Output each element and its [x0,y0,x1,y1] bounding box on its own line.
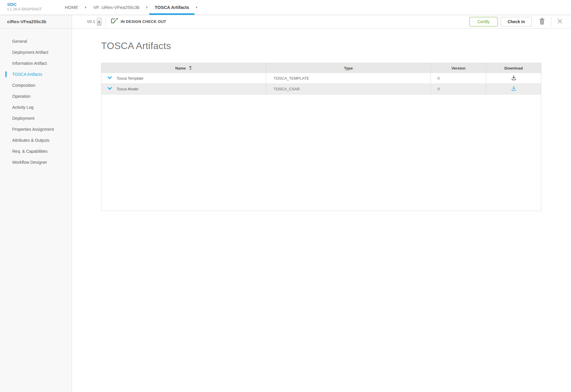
stepper-up-icon [98,20,100,21]
sidebar-item-operation[interactable]: Operation [0,91,72,102]
download-cell [486,84,541,94]
sidebar-item-label: Properties Assignment [12,127,54,132]
lifecycle-state: IN DESIGN CHECK OUT [111,18,166,25]
sidebar-item-general[interactable]: General [0,36,72,47]
active-tab-underline [149,13,194,15]
sidebar-item-information-artifact[interactable]: Information Artifact [0,58,72,69]
certify-button[interactable]: Certify [469,17,498,26]
sidebar-item-label: TOSCA Artifacts [12,72,42,77]
page-title: TOSCA Artifacts [101,40,571,51]
column-header-label: Download [504,66,523,70]
breadcrumb-tosca-label: TOSCA Artifacts [155,5,189,10]
version-cell: 0 [431,73,486,84]
toolbar-divider [106,17,106,26]
artifact-name: Tosca Model [117,87,138,91]
sidebar-item-label: Information Artifact [12,61,47,66]
chevron-right-icon [196,6,197,9]
breadcrumb-home-label: HOME [65,5,78,10]
sidebar-item-label: Deployment Artifact [12,50,48,55]
sub-header: ciRes-VFea255c3b V0.1 IN DESIGN CHECK OU… [0,15,571,29]
breadcrumb-vf-label: VF: ciRes-VFea255c3b [93,5,139,10]
sdc-logo[interactable]: SDC v.1.16.0-SNAPSHOT [0,0,59,15]
sidebar-item-deployment-artifact[interactable]: Deployment Artifact [0,47,72,58]
chevron-down-icon [107,76,112,81]
artifact-type: TOSCA_CSAR [274,87,300,91]
artifact-version: 0 [437,76,440,81]
column-header-type: Type [266,63,431,73]
table-row-tosca-model: Tosca Model TOSCA_CSAR 0 [101,84,541,95]
sidebar-item-deployment[interactable]: Deployment [0,113,72,124]
name-cell: Tosca Model [101,84,266,94]
logo-text: SDC [7,2,59,7]
column-header-version: Version [431,63,486,73]
download-button[interactable] [510,85,517,93]
name-cell: Tosca Template [101,73,266,84]
sidebar-item-label: Operation [12,94,30,99]
download-button[interactable] [510,75,517,82]
sidebar-item-activity-log[interactable]: Activity Log [0,102,72,113]
artifact-version: 0 [437,87,440,91]
artifact-name: Tosca Template [117,76,143,81]
breadcrumb-home[interactable]: HOME [59,0,84,15]
toolbar-actions: Certify Check in [469,17,564,27]
logo-version: v.1.16.0-SNAPSHOT [7,7,59,12]
download-cell [486,73,541,84]
chevron-right-icon [146,6,148,9]
sidebar-menu: General Deployment Artifact Information … [0,29,72,392]
column-header-download: Download [486,63,541,73]
delete-button[interactable] [538,17,546,27]
download-icon [511,75,517,81]
close-button[interactable] [556,18,564,26]
entity-title: ciRes-VFea255c3b [0,15,72,29]
sdc-app: SDC v.1.16.0-SNAPSHOT HOME VF: ciRes-VFe… [0,0,571,392]
sidebar-item-label: General [12,39,27,44]
chevron-right-icon [85,6,87,9]
breadcrumb-tosca-artifacts[interactable]: TOSCA Artifacts [149,0,194,15]
content-area: General Deployment Artifact Information … [0,29,571,392]
toolbar: V0.1 IN DESIGN CHECK OUT Certify [72,15,571,29]
sidebar-item-properties-assignment[interactable]: Properties Assignment [0,124,72,135]
check-in-button[interactable]: Check in [501,17,532,26]
column-header-name[interactable]: Name [101,63,266,73]
sidebar-item-req-capabilities[interactable]: Req. & Capabilities [0,146,72,157]
column-header-label: Version [451,66,465,70]
sidebar-item-label: Workflow Designer [12,160,47,165]
trash-icon [539,18,545,26]
checkout-icon [111,18,118,25]
sidebar-item-label: Deployment [12,116,34,121]
top-navigation: SDC v.1.16.0-SNAPSHOT HOME VF: ciRes-VFe… [0,0,571,15]
type-cell: TOSCA_CSAR [266,84,431,94]
chevron-down-icon [107,87,112,91]
sidebar-item-tosca-artifacts[interactable]: TOSCA Artifacts [0,69,72,80]
sidebar-item-label: Activity Log [12,105,34,110]
column-header-label: Type [344,66,353,70]
breadcrumb-vf[interactable]: VF: ciRes-VFea255c3b [88,0,145,15]
version-label: V0.1 [87,19,95,24]
sidebar-item-composition[interactable]: Composition [0,80,72,91]
sidebar-item-label: Composition [12,83,35,88]
close-icon [557,19,562,25]
table-row-tosca-template: Tosca Template TOSCA_TEMPLATE 0 [101,73,541,84]
breadcrumb: HOME VF: ciRes-VFea255c3b TOSCA Artifact… [59,0,199,15]
row-expand-button[interactable] [107,75,113,81]
sidebar-item-label: Attributes & Outputs [12,138,49,143]
sidebar-item-label: Req. & Capabilities [12,149,48,154]
main-panel: TOSCA Artifacts Name Type Version [72,29,571,392]
row-expand-button[interactable] [107,86,113,92]
sidebar-item-workflow-designer[interactable]: Workflow Designer [0,157,72,168]
download-icon [511,86,517,92]
artifact-type: TOSCA_TEMPLATE [274,76,309,81]
toolbar-divider [551,17,551,26]
sort-icon[interactable] [189,66,192,70]
table-header-row: Name Type Version Download [101,63,541,73]
stepper-down-icon [98,22,100,23]
lifecycle-state-label: IN DESIGN CHECK OUT [121,19,166,24]
type-cell: TOSCA_TEMPLATE [266,73,431,84]
column-header-label: Name [175,66,186,70]
version-stepper[interactable] [97,18,101,26]
sidebar-item-attributes-outputs[interactable]: Attributes & Outputs [0,135,72,146]
tosca-artifacts-table: Name Type Version Download [101,63,541,211]
version-cell: 0 [431,84,486,94]
